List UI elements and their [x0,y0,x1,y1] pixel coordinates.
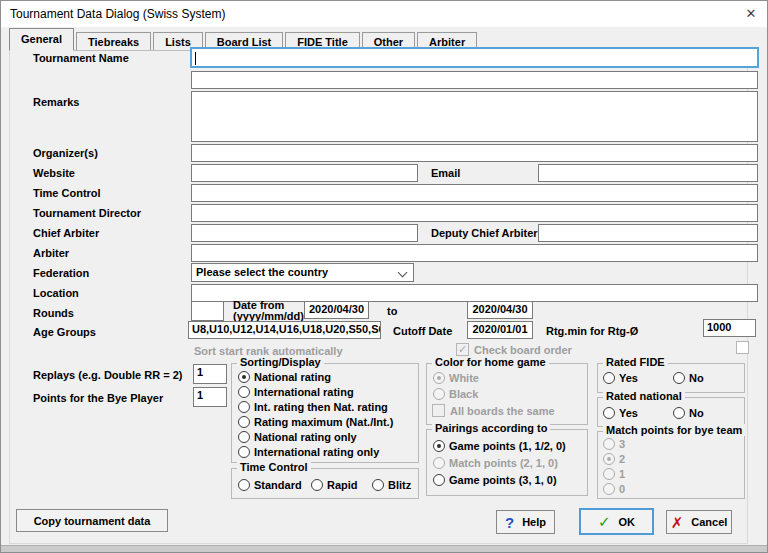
date-from-input[interactable]: 2020/04/30 [304,301,369,319]
radio-icon [673,372,685,384]
radio-selected-icon [603,453,615,465]
radio-icon [603,407,615,419]
tournament-data-dialog: Tournament Data Dialog (Swiss System) ✕ … [0,0,768,553]
help-button[interactable]: ? Help [496,510,555,534]
cutoff-date-input[interactable]: 2020/01/01 [467,321,533,339]
deputy-chief-arbiter-label: Deputy Chief Arbiter [431,227,538,239]
radio-icon [238,431,250,443]
radio-icon [433,474,445,486]
replays-label: Replays (e.g. Double RR = 2) [33,369,182,381]
radio-rated-national-no[interactable]: No [673,407,704,419]
radio-rated-fide-yes[interactable]: Yes [603,372,638,384]
rounds-input[interactable] [191,301,224,321]
radio-black[interactable]: Black [433,388,478,400]
radio-national-rating-only[interactable]: National rating only [238,431,357,443]
radio-bye-1[interactable]: 1 [603,468,625,480]
unchecked-checkbox-icon [736,341,749,354]
rated-national-title: Rated national [603,390,685,402]
organizers-label: Organizer(s) [33,147,98,159]
radio-bye-3[interactable]: 3 [603,438,625,450]
radio-label: White [449,372,479,384]
radio-game-points-half[interactable]: Game points (1, 1/2, 0) [433,440,566,452]
copy-tournament-data-button[interactable]: Copy tournament data [16,509,168,532]
all-boards-same-checkbox[interactable]: All boards the same [432,404,555,417]
button-label: Help [522,516,546,528]
radio-international-rating-only[interactable]: International rating only [238,446,379,458]
window-title: Tournament Data Dialog (Swiss System) [10,7,225,21]
organizers-input[interactable] [191,144,758,162]
check-board-order-label: Check board order [474,344,572,356]
rtg-min-input[interactable]: 1000 [703,319,756,337]
date-to-label: to [387,305,397,317]
radio-label: Blitz [388,479,411,491]
date-to-input[interactable]: 2020/04/30 [467,301,533,319]
radio-icon [238,386,250,398]
radio-label: 0 [619,483,625,495]
radio-label: Game points (3, 1, 0) [449,474,557,486]
radio-rated-national-yes[interactable]: Yes [603,407,638,419]
button-label: Cancel [691,516,727,528]
checked-checkbox-icon: ✓ [456,343,469,356]
radio-rated-fide-no[interactable]: No [673,372,704,384]
cancel-button[interactable]: ✗ Cancel [666,510,732,534]
radio-standard[interactable]: Standard [238,479,302,491]
replays-input[interactable]: 1 [193,364,227,384]
radio-label: 3 [619,438,625,450]
remarks-textarea[interactable] [191,91,758,142]
radio-white[interactable]: White [433,372,479,384]
radio-game-points-three[interactable]: Game points (3, 1, 0) [433,474,557,486]
check-board-order-checkbox[interactable]: ✓ Check board order [456,343,572,356]
tournament-name-input[interactable] [190,47,759,68]
radio-bye-2[interactable]: 2 [603,453,625,465]
close-icon[interactable]: ✕ [741,4,761,24]
email-input[interactable] [538,164,758,182]
radio-label: No [689,372,704,384]
rtg-min-checkbox[interactable] [736,341,749,354]
tournament-director-label: Tournament Director [33,207,141,219]
tournament-name-label: Tournament Name [33,52,129,64]
radio-selected-icon [238,371,250,383]
tab-tiebreaks[interactable]: Tiebreaks [76,32,151,51]
bye-points-input[interactable]: 1 [193,387,227,407]
radio-label: 2 [619,453,625,465]
radio-icon [673,407,685,419]
radio-bye-0[interactable]: 0 [603,483,625,495]
radio-int-then-nat-rating[interactable]: Int. rating then Nat. rating [238,401,388,413]
email-label: Email [431,167,460,179]
radio-label: Yes [619,407,638,419]
radio-label: No [689,407,704,419]
time-control-input[interactable] [191,184,758,202]
radio-label: Rapid [327,479,358,491]
tournament-director-input[interactable] [191,204,758,222]
color-home-game-title: Color for home game [432,356,549,368]
radio-icon [372,479,384,491]
radio-label: Standard [254,479,302,491]
help-question-icon: ? [505,515,514,530]
radio-rating-maximum[interactable]: Rating maximum (Nat./Int.) [238,416,393,428]
tournament-name-2-input[interactable] [191,71,758,89]
arbiter-input[interactable] [191,244,758,262]
radio-icon [603,468,615,480]
radio-icon [238,479,250,491]
radio-selected-icon [433,440,445,452]
radio-rapid[interactable]: Rapid [311,479,358,491]
deputy-chief-arbiter-input[interactable] [538,224,758,242]
radio-blitz[interactable]: Blitz [372,479,411,491]
pairings-group-title: Pairings according to [432,422,550,434]
federation-select[interactable]: Please select the country [191,263,414,282]
radio-match-points[interactable]: Match points (2, 1, 0) [433,457,558,469]
radio-international-rating[interactable]: International rating [238,386,354,398]
radio-label: Yes [619,372,638,384]
tab-general[interactable]: General [9,28,74,51]
radio-icon [603,372,615,384]
ok-button[interactable]: ✓ OK [579,508,654,535]
radio-icon [311,479,323,491]
chief-arbiter-input[interactable] [191,224,418,242]
remarks-label: Remarks [33,96,79,108]
radio-label: National rating only [254,431,357,443]
website-input[interactable] [191,164,418,182]
radio-label: Black [449,388,478,400]
age-groups-input[interactable]: U8,U10,U12,U14,U16,U18,U20,S50,S6 [188,321,381,339]
ok-check-icon: ✓ [598,514,611,529]
radio-national-rating[interactable]: National rating [238,371,331,383]
